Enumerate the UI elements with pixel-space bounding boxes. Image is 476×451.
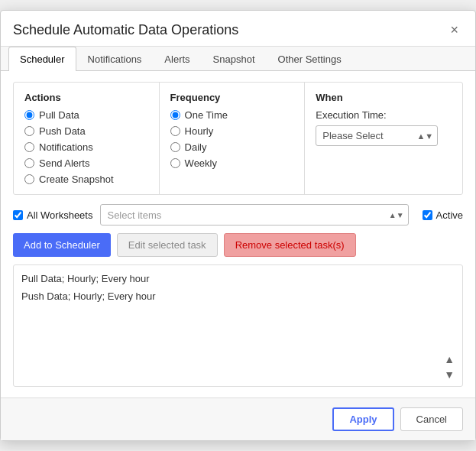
select-items-wrapper: Select items ▲▼: [100, 204, 408, 226]
freq-weekly[interactable]: Weekly: [170, 157, 294, 169]
all-worksheets-checkbox-label[interactable]: All Worksheets: [13, 209, 92, 221]
actions-group: Pull Data Push Data Notifications Send A…: [24, 109, 148, 185]
select-items-dropdown[interactable]: Select items: [100, 204, 408, 226]
actions-column: Actions Pull Data Push Data Notification…: [14, 83, 160, 194]
tab-other-settings[interactable]: Other Settings: [267, 47, 353, 71]
action-pull-data[interactable]: Pull Data: [24, 109, 148, 121]
add-to-scheduler-button[interactable]: Add to Scheduler: [13, 233, 111, 257]
action-create-snapshot[interactable]: Create Snapshot: [24, 174, 148, 185]
tab-snapshot[interactable]: Snapshot: [202, 47, 267, 71]
scroll-up-button[interactable]: ▲: [441, 352, 458, 366]
freq-one-time[interactable]: One Time: [170, 109, 294, 121]
action-notifications[interactable]: Notifications: [24, 141, 148, 153]
active-checkbox-label[interactable]: Active: [423, 209, 463, 221]
dialog-footer: Apply Cancel: [1, 397, 475, 440]
title-bar: Schedule Automatic Data Operations ×: [1, 11, 475, 47]
action-push-data[interactable]: Push Data: [24, 125, 148, 137]
when-header: When: [316, 92, 452, 103]
frequency-column: Frequency One Time Hourly Daily: [160, 83, 306, 194]
dialog-title: Schedule Automatic Data Operations: [13, 22, 238, 38]
dialog-body: Actions Pull Data Push Data Notification…: [1, 71, 475, 397]
worksheets-row: All Worksheets Select items ▲▼ Active: [13, 204, 463, 226]
task-buttons-row: Add to Scheduler Edit selected task Remo…: [13, 233, 463, 257]
when-column: When Execution Time: Please Select ▲▼: [305, 83, 462, 194]
active-checkbox[interactable]: [423, 210, 432, 220]
task-item[interactable]: Pull Data; Hourly; Every hour: [21, 271, 455, 286]
freq-hourly[interactable]: Hourly: [170, 125, 294, 137]
schedule-dialog: Schedule Automatic Data Operations × Sch…: [0, 10, 476, 441]
scroll-down-button[interactable]: ▼: [441, 368, 458, 381]
apply-button[interactable]: Apply: [332, 407, 393, 431]
actions-header: Actions: [24, 92, 148, 103]
execution-time-label: Execution Time:: [316, 109, 452, 121]
edit-selected-task-button[interactable]: Edit selected task: [117, 233, 218, 257]
freq-daily[interactable]: Daily: [170, 141, 294, 153]
frequency-header: Frequency: [170, 92, 294, 103]
close-button[interactable]: ×: [445, 21, 463, 38]
execution-time-select[interactable]: Please Select: [316, 125, 438, 146]
remove-selected-tasks-button[interactable]: Remove selected task(s): [224, 233, 356, 257]
options-panel: Actions Pull Data Push Data Notification…: [13, 82, 463, 195]
tab-scheduler[interactable]: Scheduler: [8, 47, 76, 71]
scroll-buttons: ▲ ▼: [441, 352, 458, 381]
all-worksheets-checkbox[interactable]: [13, 210, 23, 220]
tab-alerts[interactable]: Alerts: [153, 47, 201, 71]
frequency-group: One Time Hourly Daily Weekly: [170, 109, 294, 169]
tab-notifications[interactable]: Notifications: [76, 47, 154, 71]
tab-bar: Scheduler Notifications Alerts Snapshot …: [1, 47, 475, 71]
task-list: Pull Data; Hourly; Every hour Push Data;…: [13, 264, 463, 387]
cancel-button[interactable]: Cancel: [400, 407, 463, 431]
execution-time-select-wrapper: Please Select ▲▼: [316, 125, 438, 146]
action-send-alerts[interactable]: Send Alerts: [24, 157, 148, 169]
task-item[interactable]: Push Data; Hourly; Every hour: [21, 289, 455, 303]
